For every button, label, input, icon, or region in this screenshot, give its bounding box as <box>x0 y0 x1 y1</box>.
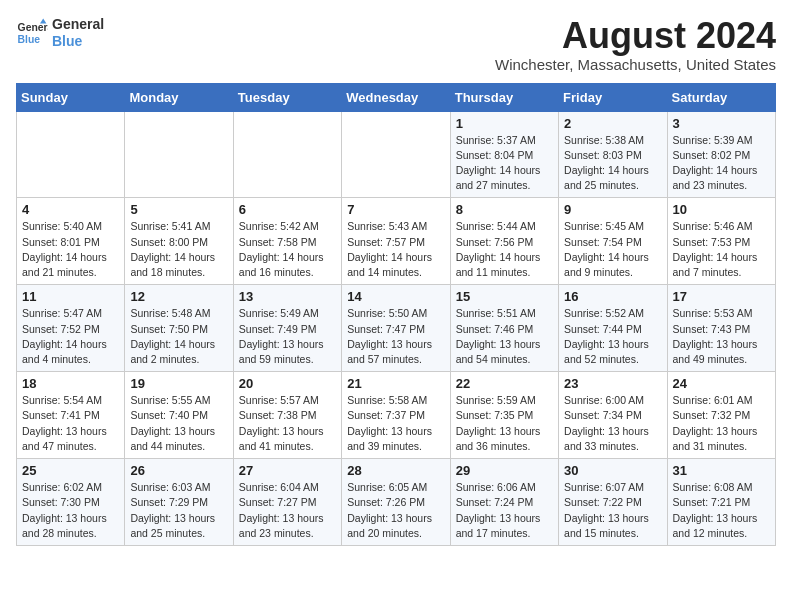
page-header: General Blue General Blue August 2024 Wi… <box>16 16 776 73</box>
calendar-week-row: 18Sunrise: 5:54 AM Sunset: 7:41 PM Dayli… <box>17 372 776 459</box>
day-info: Sunrise: 6:01 AM Sunset: 7:32 PM Dayligh… <box>673 393 770 454</box>
day-number: 9 <box>564 202 661 217</box>
day-info: Sunrise: 6:06 AM Sunset: 7:24 PM Dayligh… <box>456 480 553 541</box>
day-number: 11 <box>22 289 119 304</box>
month-year-title: August 2024 <box>495 16 776 56</box>
calendar-cell: 9Sunrise: 5:45 AM Sunset: 7:54 PM Daylig… <box>559 198 667 285</box>
day-number: 16 <box>564 289 661 304</box>
svg-marker-2 <box>40 18 46 23</box>
calendar-cell: 1Sunrise: 5:37 AM Sunset: 8:04 PM Daylig… <box>450 111 558 198</box>
day-number: 7 <box>347 202 444 217</box>
calendar-cell: 2Sunrise: 5:38 AM Sunset: 8:03 PM Daylig… <box>559 111 667 198</box>
calendar-cell: 3Sunrise: 5:39 AM Sunset: 8:02 PM Daylig… <box>667 111 775 198</box>
logo-line2: Blue <box>52 33 104 50</box>
day-info: Sunrise: 6:07 AM Sunset: 7:22 PM Dayligh… <box>564 480 661 541</box>
svg-text:General: General <box>18 22 48 33</box>
day-number: 14 <box>347 289 444 304</box>
day-number: 27 <box>239 463 336 478</box>
day-number: 22 <box>456 376 553 391</box>
calendar-cell: 11Sunrise: 5:47 AM Sunset: 7:52 PM Dayli… <box>17 285 125 372</box>
location-subtitle: Winchester, Massachusetts, United States <box>495 56 776 73</box>
weekday-header-thursday: Thursday <box>450 83 558 111</box>
calendar-cell: 5Sunrise: 5:41 AM Sunset: 8:00 PM Daylig… <box>125 198 233 285</box>
calendar-cell: 15Sunrise: 5:51 AM Sunset: 7:46 PM Dayli… <box>450 285 558 372</box>
day-number: 25 <box>22 463 119 478</box>
calendar-cell: 29Sunrise: 6:06 AM Sunset: 7:24 PM Dayli… <box>450 459 558 546</box>
day-info: Sunrise: 5:41 AM Sunset: 8:00 PM Dayligh… <box>130 219 227 280</box>
weekday-header-row: SundayMondayTuesdayWednesdayThursdayFrid… <box>17 83 776 111</box>
day-info: Sunrise: 5:58 AM Sunset: 7:37 PM Dayligh… <box>347 393 444 454</box>
day-info: Sunrise: 5:50 AM Sunset: 7:47 PM Dayligh… <box>347 306 444 367</box>
calendar-cell: 20Sunrise: 5:57 AM Sunset: 7:38 PM Dayli… <box>233 372 341 459</box>
day-info: Sunrise: 6:03 AM Sunset: 7:29 PM Dayligh… <box>130 480 227 541</box>
calendar-cell: 6Sunrise: 5:42 AM Sunset: 7:58 PM Daylig… <box>233 198 341 285</box>
day-info: Sunrise: 5:44 AM Sunset: 7:56 PM Dayligh… <box>456 219 553 280</box>
day-info: Sunrise: 5:53 AM Sunset: 7:43 PM Dayligh… <box>673 306 770 367</box>
calendar-header: SundayMondayTuesdayWednesdayThursdayFrid… <box>17 83 776 111</box>
day-info: Sunrise: 5:40 AM Sunset: 8:01 PM Dayligh… <box>22 219 119 280</box>
day-number: 6 <box>239 202 336 217</box>
weekday-header-wednesday: Wednesday <box>342 83 450 111</box>
calendar-cell: 23Sunrise: 6:00 AM Sunset: 7:34 PM Dayli… <box>559 372 667 459</box>
day-number: 15 <box>456 289 553 304</box>
calendar-cell: 17Sunrise: 5:53 AM Sunset: 7:43 PM Dayli… <box>667 285 775 372</box>
logo-line1: General <box>52 16 104 33</box>
day-info: Sunrise: 5:38 AM Sunset: 8:03 PM Dayligh… <box>564 133 661 194</box>
day-number: 18 <box>22 376 119 391</box>
calendar-week-row: 1Sunrise: 5:37 AM Sunset: 8:04 PM Daylig… <box>17 111 776 198</box>
day-info: Sunrise: 5:51 AM Sunset: 7:46 PM Dayligh… <box>456 306 553 367</box>
day-number: 1 <box>456 116 553 131</box>
calendar-body: 1Sunrise: 5:37 AM Sunset: 8:04 PM Daylig… <box>17 111 776 545</box>
day-info: Sunrise: 5:48 AM Sunset: 7:50 PM Dayligh… <box>130 306 227 367</box>
calendar-cell: 25Sunrise: 6:02 AM Sunset: 7:30 PM Dayli… <box>17 459 125 546</box>
day-info: Sunrise: 5:59 AM Sunset: 7:35 PM Dayligh… <box>456 393 553 454</box>
day-number: 2 <box>564 116 661 131</box>
day-info: Sunrise: 5:54 AM Sunset: 7:41 PM Dayligh… <box>22 393 119 454</box>
calendar-cell: 19Sunrise: 5:55 AM Sunset: 7:40 PM Dayli… <box>125 372 233 459</box>
day-number: 29 <box>456 463 553 478</box>
day-info: Sunrise: 5:49 AM Sunset: 7:49 PM Dayligh… <box>239 306 336 367</box>
logo-icon: General Blue <box>16 17 48 49</box>
weekday-header-sunday: Sunday <box>17 83 125 111</box>
day-info: Sunrise: 5:52 AM Sunset: 7:44 PM Dayligh… <box>564 306 661 367</box>
title-block: August 2024 Winchester, Massachusetts, U… <box>495 16 776 73</box>
calendar-table: SundayMondayTuesdayWednesdayThursdayFrid… <box>16 83 776 546</box>
calendar-week-row: 25Sunrise: 6:02 AM Sunset: 7:30 PM Dayli… <box>17 459 776 546</box>
calendar-week-row: 11Sunrise: 5:47 AM Sunset: 7:52 PM Dayli… <box>17 285 776 372</box>
day-info: Sunrise: 6:05 AM Sunset: 7:26 PM Dayligh… <box>347 480 444 541</box>
day-number: 19 <box>130 376 227 391</box>
day-number: 4 <box>22 202 119 217</box>
calendar-cell: 28Sunrise: 6:05 AM Sunset: 7:26 PM Dayli… <box>342 459 450 546</box>
day-info: Sunrise: 5:45 AM Sunset: 7:54 PM Dayligh… <box>564 219 661 280</box>
day-info: Sunrise: 6:04 AM Sunset: 7:27 PM Dayligh… <box>239 480 336 541</box>
day-info: Sunrise: 5:46 AM Sunset: 7:53 PM Dayligh… <box>673 219 770 280</box>
day-number: 10 <box>673 202 770 217</box>
svg-text:Blue: Blue <box>18 33 41 44</box>
day-number: 30 <box>564 463 661 478</box>
day-number: 5 <box>130 202 227 217</box>
day-info: Sunrise: 5:57 AM Sunset: 7:38 PM Dayligh… <box>239 393 336 454</box>
calendar-cell: 21Sunrise: 5:58 AM Sunset: 7:37 PM Dayli… <box>342 372 450 459</box>
day-number: 8 <box>456 202 553 217</box>
day-info: Sunrise: 5:39 AM Sunset: 8:02 PM Dayligh… <box>673 133 770 194</box>
calendar-cell: 31Sunrise: 6:08 AM Sunset: 7:21 PM Dayli… <box>667 459 775 546</box>
day-number: 31 <box>673 463 770 478</box>
calendar-cell: 18Sunrise: 5:54 AM Sunset: 7:41 PM Dayli… <box>17 372 125 459</box>
day-number: 21 <box>347 376 444 391</box>
calendar-week-row: 4Sunrise: 5:40 AM Sunset: 8:01 PM Daylig… <box>17 198 776 285</box>
day-number: 12 <box>130 289 227 304</box>
logo: General Blue General Blue <box>16 16 104 50</box>
calendar-cell: 24Sunrise: 6:01 AM Sunset: 7:32 PM Dayli… <box>667 372 775 459</box>
calendar-cell: 16Sunrise: 5:52 AM Sunset: 7:44 PM Dayli… <box>559 285 667 372</box>
weekday-header-tuesday: Tuesday <box>233 83 341 111</box>
calendar-cell: 26Sunrise: 6:03 AM Sunset: 7:29 PM Dayli… <box>125 459 233 546</box>
calendar-cell: 7Sunrise: 5:43 AM Sunset: 7:57 PM Daylig… <box>342 198 450 285</box>
day-info: Sunrise: 6:00 AM Sunset: 7:34 PM Dayligh… <box>564 393 661 454</box>
day-info: Sunrise: 5:43 AM Sunset: 7:57 PM Dayligh… <box>347 219 444 280</box>
calendar-cell <box>233 111 341 198</box>
calendar-cell: 12Sunrise: 5:48 AM Sunset: 7:50 PM Dayli… <box>125 285 233 372</box>
day-number: 23 <box>564 376 661 391</box>
calendar-cell: 22Sunrise: 5:59 AM Sunset: 7:35 PM Dayli… <box>450 372 558 459</box>
calendar-cell: 13Sunrise: 5:49 AM Sunset: 7:49 PM Dayli… <box>233 285 341 372</box>
calendar-cell: 27Sunrise: 6:04 AM Sunset: 7:27 PM Dayli… <box>233 459 341 546</box>
